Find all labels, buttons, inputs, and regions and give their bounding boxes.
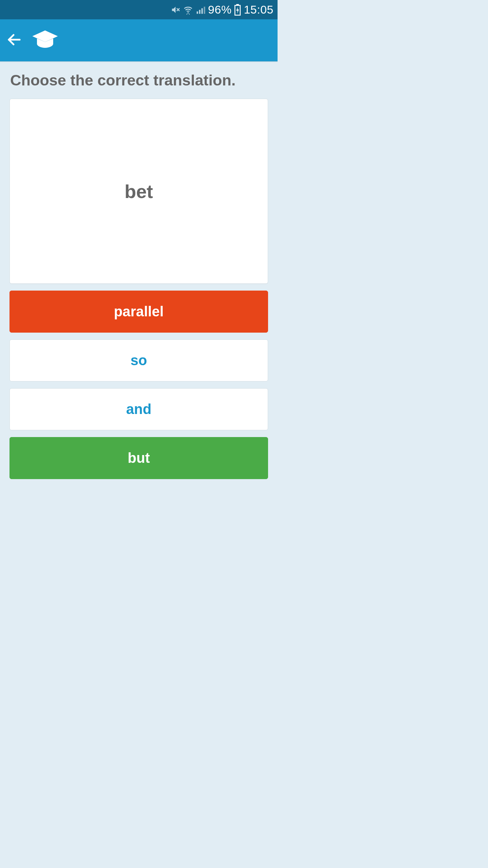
graduation-cap-icon <box>31 26 59 54</box>
option-2[interactable]: so <box>9 339 268 381</box>
option-label: so <box>130 352 147 369</box>
svg-marker-11 <box>32 31 58 42</box>
wifi-icon <box>183 5 193 15</box>
svg-point-2 <box>187 12 189 14</box>
svg-marker-9 <box>236 6 239 14</box>
app-bar <box>0 19 278 62</box>
option-label: parallel <box>114 303 164 320</box>
options-list: parallel so and but <box>9 291 268 479</box>
clock-time: 15:05 <box>244 3 273 16</box>
option-3[interactable]: and <box>9 388 268 430</box>
svg-rect-4 <box>199 10 200 14</box>
main-content: Choose the correct translation. bet para… <box>0 62 278 489</box>
battery-percent: 96% <box>208 3 232 16</box>
status-bar: 96% 15:05 <box>0 0 278 19</box>
mute-icon <box>171 5 180 15</box>
option-1[interactable]: parallel <box>9 291 268 333</box>
app-logo <box>31 26 59 55</box>
signal-icon <box>196 5 205 15</box>
word-to-translate: bet <box>125 180 153 202</box>
option-label: but <box>128 450 150 466</box>
battery-charging-icon <box>234 4 241 16</box>
option-label: and <box>126 401 151 417</box>
prompt-text: Choose the correct translation. <box>10 72 268 89</box>
option-4[interactable]: but <box>9 437 268 479</box>
svg-rect-5 <box>201 8 203 14</box>
back-arrow-icon <box>6 32 22 48</box>
svg-rect-3 <box>197 11 198 14</box>
word-card: bet <box>9 99 268 284</box>
status-icons-group <box>171 5 205 15</box>
svg-rect-6 <box>204 6 205 14</box>
back-button[interactable] <box>6 32 22 49</box>
